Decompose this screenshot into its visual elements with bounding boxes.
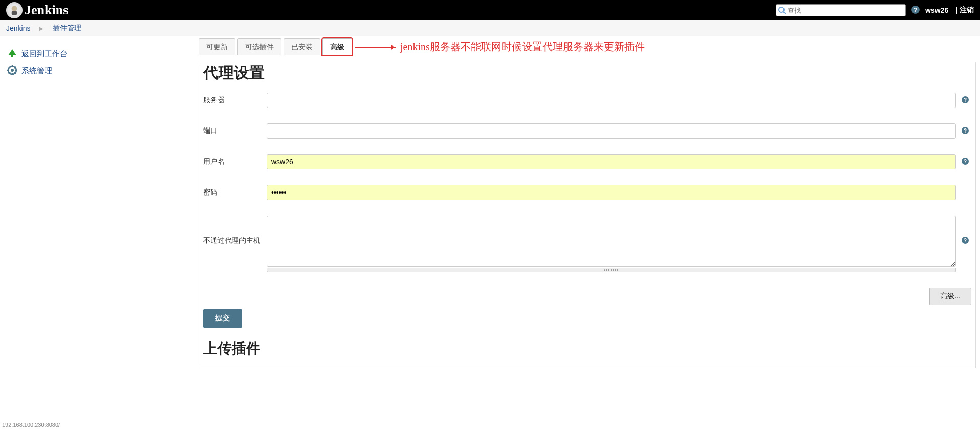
noproxy-textarea[interactable] <box>267 216 956 267</box>
svg-point-3 <box>779 7 784 12</box>
svg-line-4 <box>783 12 786 14</box>
tab-available[interactable]: 可选插件 <box>237 38 281 55</box>
sidebar-manage-label[interactable]: 系统管理 <box>21 66 52 76</box>
username-input[interactable] <box>267 154 956 169</box>
resize-grip-icon[interactable] <box>267 268 956 272</box>
svg-text:?: ? <box>964 128 967 134</box>
up-arrow-icon <box>7 48 17 60</box>
username-label: 用户名 <box>203 154 267 166</box>
current-user[interactable]: wsw26 <box>925 6 948 14</box>
port-label: 端口 <box>203 123 267 136</box>
svg-rect-2 <box>12 11 17 15</box>
svg-text:?: ? <box>964 159 967 164</box>
brand-text: Jenkins <box>25 3 68 18</box>
header-bar: Jenkins ? wsw26 | 注销 <box>0 0 980 20</box>
advanced-button[interactable]: 高级... <box>929 288 971 305</box>
server-input[interactable] <box>267 93 956 108</box>
svg-point-9 <box>11 69 14 72</box>
search-box <box>776 4 906 16</box>
upload-section-title: 上传插件 <box>203 339 971 358</box>
password-input[interactable] <box>267 185 956 200</box>
tab-advanced[interactable]: 高级 <box>322 38 352 55</box>
help-icon[interactable]: ? <box>961 236 969 244</box>
tab-bar: 可更新 可选插件 已安装 高级 jenkins服务器不能联网时候设置代理服务器来… <box>199 38 976 55</box>
proxy-section-title: 代理设置 <box>203 62 971 83</box>
help-icon[interactable]: ? <box>961 126 969 135</box>
annotation-text: jenkins服务器不能联网时候设置代理服务器来更新插件 <box>400 40 645 54</box>
breadcrumb-item-root[interactable]: Jenkins <box>6 24 30 32</box>
tab-installed[interactable]: 已安装 <box>284 38 320 55</box>
submit-button[interactable]: 提交 <box>203 309 242 328</box>
svg-text:?: ? <box>913 6 918 13</box>
server-label: 服务器 <box>203 93 267 105</box>
sidebar-back-label[interactable]: 返回到工作台 <box>21 49 68 59</box>
jenkins-icon <box>6 2 23 18</box>
sidebar: 返回到工作台 系统管理 <box>0 36 194 373</box>
help-icon[interactable]: ? <box>911 5 920 16</box>
help-icon[interactable]: ? <box>961 96 969 104</box>
tab-updatable[interactable]: 可更新 <box>199 38 235 55</box>
port-input[interactable] <box>267 123 956 139</box>
pane-advanced: 代理设置 服务器 ? 端口 ? 用户名 ? 密码 <box>199 62 976 368</box>
svg-text:?: ? <box>964 97 967 103</box>
arrow-icon <box>355 47 396 48</box>
brand-logo[interactable]: Jenkins <box>6 2 68 18</box>
breadcrumb: Jenkins ▶ 插件管理 <box>0 20 980 36</box>
main-content: 可更新 可选插件 已安装 高级 jenkins服务器不能联网时候设置代理服务器来… <box>194 36 980 373</box>
chevron-right-icon: ▶ <box>39 26 43 31</box>
svg-point-1 <box>12 6 17 11</box>
annotation: jenkins服务器不能联网时候设置代理服务器来更新插件 <box>355 38 645 55</box>
sidebar-item-back[interactable]: 返回到工作台 <box>7 46 189 62</box>
gear-icon <box>7 65 17 77</box>
svg-text:?: ? <box>964 238 967 243</box>
logout-link[interactable]: | 注销 <box>955 6 974 15</box>
search-input[interactable] <box>776 4 906 16</box>
search-icon <box>778 6 786 14</box>
sidebar-item-manage[interactable]: 系统管理 <box>7 62 189 79</box>
help-icon[interactable]: ? <box>961 157 969 165</box>
svg-marker-7 <box>8 49 16 57</box>
breadcrumb-item-plugins[interactable]: 插件管理 <box>53 24 81 33</box>
password-label: 密码 <box>203 185 267 197</box>
noproxy-label: 不通过代理的主机 <box>203 216 267 245</box>
